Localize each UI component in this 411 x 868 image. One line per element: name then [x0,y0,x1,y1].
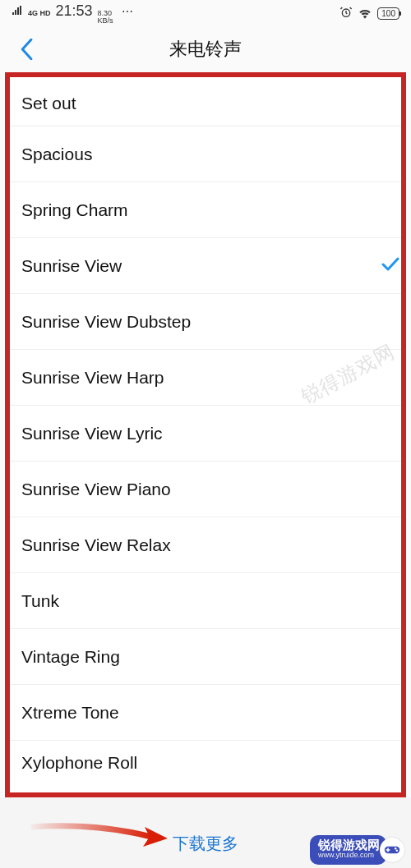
ringtone-item[interactable]: Sunrise View Relax [10,517,401,573]
ringtone-item[interactable]: Sunrise View Dubstep [10,294,401,350]
network-type: 4G HD [28,10,51,16]
ringtone-name: Sunrise View [21,256,122,276]
clock-time: 21:53 [56,2,93,20]
signal-indicator [12,6,23,18]
ringtone-name: Sunrise View Harp [21,368,164,388]
ringtone-name: Spacious [21,145,92,164]
ringtone-name: Sunrise View Lyric [21,424,163,443]
ringtone-item[interactable]: Sunrise View [10,238,401,294]
alarm-icon [339,6,353,21]
status-left: 4G HD 21:53 8.30 KB/s ⋯ [12,2,134,25]
ringtone-name: Tunk [21,591,59,611]
ringtone-name: Spring Charm [21,200,128,220]
ringtone-list-highlight-box: Set outSpaciousSpring CharmSunrise ViewS… [5,72,406,797]
ringtone-name: Sunrise View Piano [21,480,171,499]
ringtone-item[interactable]: Sunrise View Harp [10,350,401,406]
ringtone-name: Set out [21,94,76,113]
check-icon [381,256,399,276]
ringtone-item[interactable]: Spring Charm [10,182,401,238]
more-icon: ⋯ [122,5,134,18]
status-right: 100 [339,6,399,21]
wifi-icon [358,7,372,19]
status-bar: 4G HD 21:53 8.30 KB/s ⋯ 100 [0,0,411,26]
ringtone-name: Xylophone Roll [21,753,137,773]
ringtone-item[interactable]: Sunrise View Piano [10,462,401,517]
ringtone-item[interactable]: Sunrise View Lyric [10,406,401,462]
page-title: 来电铃声 [0,37,411,62]
battery-indicator: 100 [377,7,399,20]
chevron-left-icon [20,39,33,60]
annotation-arrow [30,819,169,852]
network-speed: 8.30 KB/s [98,10,113,25]
ringtone-list[interactable]: Set outSpaciousSpring CharmSunrise ViewS… [10,77,401,785]
ringtone-item[interactable]: Spacious [10,126,401,182]
ringtone-item[interactable]: Tunk [10,573,401,629]
page-header: 来电铃声 [0,26,411,72]
bottom-bar: 下载更多 [0,797,411,868]
ringtone-item[interactable]: Xylophone Roll [10,741,401,785]
ringtone-name: Xtreme Tone [21,703,119,723]
ringtone-item[interactable]: Set out [10,77,401,126]
download-more-button[interactable]: 下载更多 [173,833,238,855]
ringtone-item[interactable]: Vintage Ring [10,629,401,685]
ringtone-name: Sunrise View Relax [21,535,171,555]
ringtone-name: Sunrise View Dubstep [21,312,191,332]
ringtone-item[interactable]: Xtreme Tone [10,685,401,741]
ringtone-name: Vintage Ring [21,647,120,667]
back-button[interactable] [10,33,43,66]
